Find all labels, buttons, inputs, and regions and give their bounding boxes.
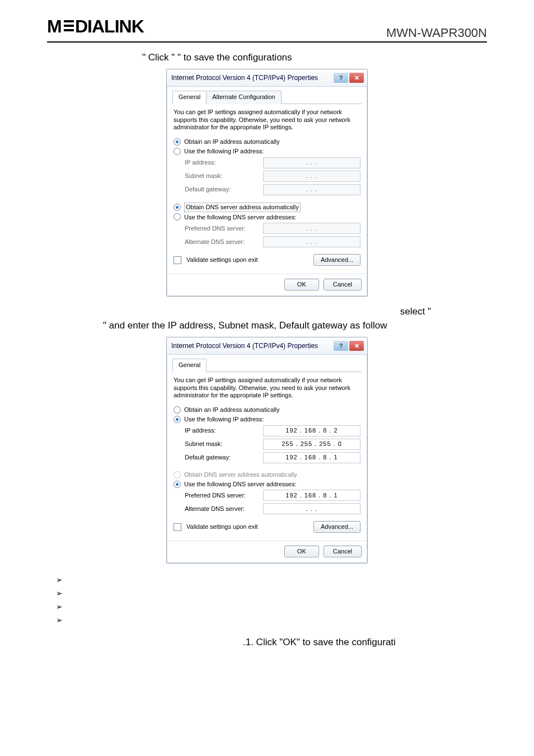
preferred-dns-input: . . . [263,223,360,234]
advanced-button[interactable]: Advanced... [313,521,360,533]
subnet-mask-input[interactable]: 255 . 255 . 255 . 0 [263,439,360,450]
help-button[interactable]: ? [334,341,348,351]
bullet-arrow-icon: ➢ [56,587,63,599]
default-gateway-label: Default gateway: [185,185,263,194]
ok-button[interactable]: OK [284,279,319,290]
svg-text:DIALINK: DIALINK [75,17,144,36]
default-gateway-input[interactable]: 192 . 168 . 8 . 1 [263,452,360,463]
instruction-select: select " [47,306,487,318]
alternate-dns-input: . . . [263,236,360,247]
radio-label: Obtain an IP address automatically [184,406,279,414]
list-item: ➢ [56,614,487,627]
radio-use-following-ip[interactable]: Use the following IP address: [174,147,360,156]
subnet-mask-label: Subnet mask: [185,172,263,180]
default-gateway-label: Default gateway: [185,453,263,462]
alternate-dns-label: Alternate DNS server: [185,505,263,513]
svg-text:M: M [47,17,62,36]
list-item: ➢ [56,600,487,614]
dialog-title: Internet Protocol Version 4 (TCP/IPv4) P… [171,73,318,82]
preferred-dns-label: Preferred DNS server: [185,491,263,500]
ip-address-label: IP address: [185,158,263,167]
validate-label: Validate settings upon exit [186,256,258,263]
radio-obtain-ip-auto[interactable]: Obtain an IP address automatically [174,137,360,147]
close-button[interactable]: ✕ [349,73,364,83]
radio-label: Obtain DNS server address automatically [184,203,301,212]
radio-use-following-dns[interactable]: Use the following DNS server addresses: [174,480,360,489]
radio-use-following-ip[interactable]: Use the following IP address: [174,415,360,424]
tab-general[interactable]: General [172,91,207,104]
svg-rect-3 [64,29,74,31]
dialog-title: Internet Protocol Version 4 (TCP/IPv4) P… [171,341,318,350]
radio-label: Use the following IP address: [184,415,264,424]
preferred-dns-label: Preferred DNS server: [185,224,263,233]
radio-obtain-dns-auto[interactable]: Obtain DNS server address automatically [174,202,360,213]
ip-address-input: . . . [263,157,360,168]
validate-checkbox[interactable] [174,523,181,531]
advanced-button[interactable]: Advanced... [313,254,360,266]
ok-button[interactable]: OK [284,546,319,557]
alternate-dns-input[interactable]: . . . [263,503,360,514]
instruction-line-1: " Click " " to save the configurations [47,51,487,64]
radio-label: Use the following DNS server addresses: [184,480,297,489]
subnet-mask-label: Subnet mask: [185,440,263,448]
model-number: MWN-WAPR300N [386,26,487,40]
ipv4-properties-dialog-auto: Internet Protocol Version 4 (TCP/IPv4) P… [166,69,368,297]
dialog-description: You can get IP settings assigned automat… [174,377,360,400]
svg-rect-2 [64,25,74,27]
validate-checkbox[interactable] [174,256,181,264]
ip-address-label: IP address: [185,426,263,435]
tab-general[interactable]: General [172,359,207,372]
preferred-dns-input[interactable]: 192 . 168 . 8 . 1 [263,490,360,501]
footer-instruction: .1. Click "OK" to save the configurati [47,636,487,649]
subnet-mask-input: . . . [263,171,360,182]
instruction-line-3: " and enter the IP address, Subnet mask,… [47,320,487,332]
bullet-arrow-icon: ➢ [56,600,63,613]
bullet-arrow-icon: ➢ [56,574,63,586]
ip-address-input[interactable]: 192 . 168 . 8 . 2 [263,425,360,436]
dialog-description: You can get IP settings assigned automat… [174,109,360,132]
list-item: ➢ [56,587,487,600]
radio-label: Use the following IP address: [184,147,264,156]
svg-rect-1 [64,20,74,22]
alternate-dns-label: Alternate DNS server: [185,238,263,246]
radio-obtain-dns-auto[interactable]: Obtain DNS server address automatically [174,470,360,480]
ipv4-properties-dialog-manual: Internet Protocol Version 4 (TCP/IPv4) P… [166,337,368,564]
default-gateway-input: . . . [263,184,360,195]
radio-label: Obtain an IP address automatically [184,138,279,146]
validate-label: Validate settings upon exit [186,523,258,530]
cancel-button[interactable]: Cancel [324,279,362,290]
tab-alternate-configuration[interactable]: Alternate Configuration [206,91,282,104]
radio-use-following-dns[interactable]: Use the following DNS server addresses: [174,213,360,222]
radio-obtain-ip-auto[interactable]: Obtain an IP address automatically [174,405,360,415]
help-button[interactable]: ? [334,73,348,83]
radio-label: Obtain DNS server address automatically [184,471,297,479]
brand-logo: M DIALINK [47,17,176,40]
cancel-button[interactable]: Cancel [324,546,362,557]
list-item: ➢ [56,574,487,587]
radio-label: Use the following DNS server addresses: [184,213,297,222]
bullet-arrow-icon: ➢ [56,614,63,626]
close-button[interactable]: ✕ [349,341,364,351]
